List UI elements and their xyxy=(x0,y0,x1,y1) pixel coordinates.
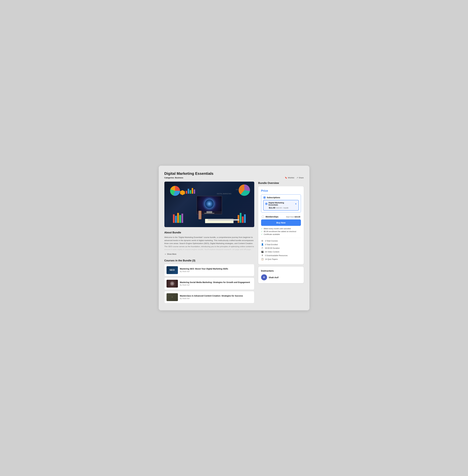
course-author-1: By Shah Asif xyxy=(180,270,228,272)
course-author-2: By Shah Asif xyxy=(180,284,250,286)
stat-label-4: 0 Downloadable Resources xyxy=(265,254,288,256)
book-7 xyxy=(240,213,241,223)
stat-label-1: 0 Total Enrolled xyxy=(265,243,278,246)
page-container: Digital Marketing Essentials Categories:… xyxy=(159,166,309,310)
bar-5 xyxy=(194,189,195,194)
wishlist-label: Wishlist xyxy=(288,177,294,179)
benefit-text-3: Certificate available xyxy=(264,233,280,235)
course-thumb-2 xyxy=(166,280,178,288)
courses-title: Courses in the Bundle (3) xyxy=(164,259,254,262)
bar-chart xyxy=(186,187,195,194)
course-info-2: Mastering Social Media Marketing: Strate… xyxy=(180,281,250,286)
bar-3 xyxy=(190,190,191,194)
stats-list: ⊞ 3 Total Courses 👤 0 Total Enrolled ⏱ 0… xyxy=(261,239,301,260)
category-prefix: Categories: xyxy=(164,177,175,179)
benefit-3: ✓ Certificate available xyxy=(261,233,301,235)
sub-option-row: Digital Marketing Essentials ★ xyxy=(265,202,297,206)
buy-now-button[interactable]: Buy Now xyxy=(261,220,301,226)
course-name-3: Masterclass in Advanced Content Creation… xyxy=(180,295,243,297)
bundle-overview-title: Bundle Overview xyxy=(258,182,304,185)
check-icon-3: ✓ xyxy=(261,233,263,235)
subscriptions-label: Subscriptions xyxy=(267,196,280,199)
benefits-list: ✓ Billed every month until canceled ✓ $5… xyxy=(261,227,301,235)
download-icon: ⬇ xyxy=(261,254,264,257)
book-4 xyxy=(179,215,181,223)
check-icon-1: ✓ xyxy=(261,227,263,230)
seo-thumb-bg: SEO xyxy=(166,266,178,274)
stat-quiz: 📋 14 Quiz Papers xyxy=(261,258,301,260)
hero-image-inner: SEO DIGITAL MARKETING xyxy=(164,182,254,227)
left-column: SEO DIGITAL MARKETING About Bundle Welco… xyxy=(164,182,254,305)
book-3 xyxy=(177,213,179,223)
radio-inner xyxy=(264,197,265,198)
dme-radio[interactable] xyxy=(265,203,267,205)
categories-label: Categories: Business xyxy=(164,177,183,179)
grid-icon: ⊞ xyxy=(261,239,264,242)
sub-option-dme[interactable]: Digital Marketing Essentials ★ $11.50 $1… xyxy=(263,200,299,211)
start-from-text: Start from xyxy=(286,216,294,218)
course-card-2[interactable]: Mastering Social Media Marketing: Strate… xyxy=(164,278,254,290)
instructor-row-1: A Shah Asif xyxy=(261,274,301,280)
membership-price: Start from $15.00 xyxy=(286,216,300,218)
book-8 xyxy=(242,216,244,223)
course-thumb-3: ✦ xyxy=(166,293,178,301)
subscription-option[interactable]: Subscriptions Digital Marketing Essentia… xyxy=(261,194,301,212)
books-left xyxy=(173,213,183,223)
wishlist-button[interactable]: 🔖 Wishlist xyxy=(285,177,294,179)
membership-option[interactable]: Memberships Start from $15.00 xyxy=(261,214,301,220)
top-actions: 🔖 Wishlist ↗ Share xyxy=(285,177,304,179)
membership-price-value: $15.00 xyxy=(295,216,300,218)
stat-label-5: 14 Quiz Papers xyxy=(265,258,278,260)
book-2 xyxy=(175,216,177,223)
social-light xyxy=(170,282,174,286)
book-5 xyxy=(181,214,183,223)
about-text-container: Welcome to the "Digital Marketing Essent… xyxy=(164,236,254,251)
book-1 xyxy=(173,214,175,223)
sub-option-price: $11.50 $18.00 / month xyxy=(265,207,297,209)
book-9 xyxy=(244,214,246,223)
category-value: Business xyxy=(175,177,183,179)
seo-thumb-label: SEO xyxy=(170,269,175,271)
course-author-name-1: Shah Asif xyxy=(182,270,190,272)
bar-1 xyxy=(186,191,187,194)
current-price: $11.50 xyxy=(269,207,276,209)
share-icon: ↗ xyxy=(296,177,298,179)
stat-downloadable: ⬇ 0 Downloadable Resources xyxy=(261,254,301,257)
monitor-stand xyxy=(206,211,212,213)
content-thumb-bg: ✦ xyxy=(166,293,178,301)
plus-icon: ＋ xyxy=(164,253,166,255)
membership-radio[interactable] xyxy=(262,215,264,218)
course-author-3: By Shah Asif xyxy=(180,298,243,299)
course-info-3: Masterclass in Advanced Content Creation… xyxy=(180,295,243,299)
courses-section: Courses in the Bundle (3) SEO Mastering … xyxy=(164,259,254,303)
video-icon: 🎬 xyxy=(261,251,264,253)
check-icon-2: ✓ xyxy=(261,230,263,233)
main-layout: SEO DIGITAL MARKETING About Bundle Welco… xyxy=(164,182,304,305)
subscriptions-row: Subscriptions xyxy=(263,196,299,199)
stat-duration: ⏱ 00:00:00 Duration xyxy=(261,247,301,249)
course-name-1: Mastering SEO: Boost Your Digital Market… xyxy=(180,268,228,270)
course-card-1[interactable]: SEO Mastering SEO: Boost Your Digital Ma… xyxy=(164,264,254,276)
pencils xyxy=(199,211,201,219)
share-button[interactable]: ↗ Share xyxy=(296,177,304,179)
about-title: About Bundle xyxy=(164,231,254,234)
instructor-name-1: Shah Asif xyxy=(269,276,278,279)
course-author-name-3: Shah Asif xyxy=(182,298,190,299)
quiz-icon: 📋 xyxy=(261,258,264,260)
instructors-title: Instructors xyxy=(261,269,301,272)
content-thumb-text: ✦ xyxy=(171,296,173,298)
membership-label: Memberships xyxy=(266,216,285,218)
course-card-3[interactable]: ✦ Masterclass in Advanced Content Creati… xyxy=(164,291,254,303)
dme-name: Digital Marketing Essentials xyxy=(269,202,294,206)
bookmark-icon: 🔖 xyxy=(285,177,287,179)
about-section: About Bundle Welcome to the "Digital Mar… xyxy=(164,231,254,256)
bar-4 xyxy=(192,188,193,194)
show-more-label: Show More xyxy=(167,253,176,255)
course-thumb-1: SEO xyxy=(166,266,178,274)
show-more-button[interactable]: ＋ Show More xyxy=(164,253,176,256)
users-icon: 👤 xyxy=(261,243,264,246)
pie-chart-right xyxy=(239,184,250,196)
stat-label-3: 44 Video Content xyxy=(265,251,279,253)
subscriptions-radio[interactable] xyxy=(263,196,266,199)
dme-radio-inner xyxy=(266,203,267,204)
